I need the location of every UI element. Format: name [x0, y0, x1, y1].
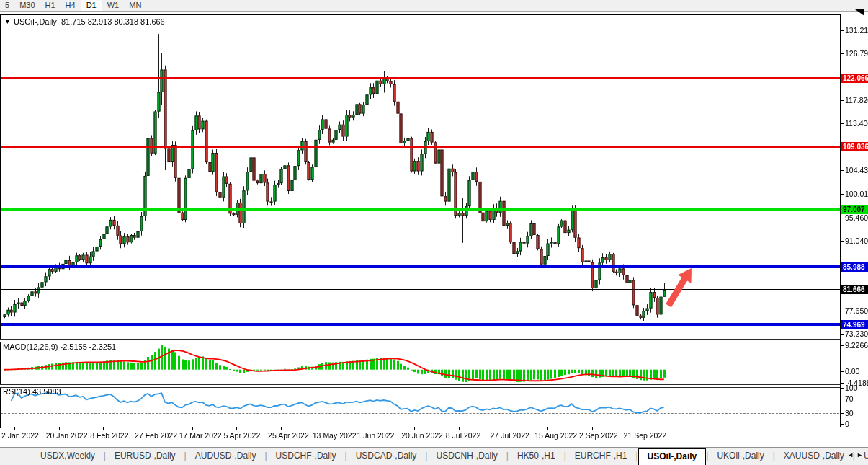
date-tick — [637, 427, 637, 430]
price-tick: 73.230 — [845, 330, 868, 338]
date-tick — [326, 427, 326, 430]
date-label: 21 Sep 2022 — [624, 431, 667, 440]
date-label: 20 Jun 2022 — [401, 431, 443, 440]
price-tick: 113.400 — [845, 120, 868, 128]
price-tick: 91.040 — [845, 237, 868, 245]
chart-tab-bar: USDX,Weekly|EURUSD-,Daily|AUDUSD-,Daily|… — [0, 447, 868, 465]
mt4-window: 5M30H1H4D1W1MN ▼ USOil-,Daily 81.715 82.… — [0, 0, 868, 465]
level-line-81.666[interactable] — [1, 289, 840, 290]
rsi-axis-tick: 100 — [845, 384, 858, 392]
date-tick — [192, 427, 193, 430]
tab-scroll-arrows[interactable]: ◄► — [847, 451, 866, 459]
price-tag-81.666: 81.666 — [841, 285, 868, 294]
level-line-97.007[interactable] — [1, 208, 840, 211]
price-tick: 131.210 — [845, 27, 868, 35]
tab-xauusd-daily[interactable]: XAUUSD-,Daily — [775, 448, 853, 465]
tab-usdx-weekly[interactable]: USDX,Weekly — [32, 448, 104, 465]
price-tick: 95.460 — [845, 214, 868, 222]
tab-scroll-left-icon: ◄ — [847, 451, 856, 459]
rsi-axis-tick: 0 — [845, 420, 849, 428]
date-label: 27 Feb 2022 — [135, 431, 177, 440]
date-label: 13 May 2022 — [313, 431, 357, 440]
tab-usoil-daily[interactable]: USOil-,Daily — [638, 448, 707, 465]
tab-eurusd-daily[interactable]: EURUSD-,Daily — [106, 448, 184, 465]
level-line-85.988[interactable] — [1, 265, 840, 268]
level-line-109.036[interactable] — [1, 146, 840, 148]
price-tick: 77.650 — [845, 307, 868, 315]
date-label: 1 Jun 2022 — [357, 431, 394, 440]
date-tick — [59, 427, 60, 430]
price-tick: 100.010 — [845, 190, 868, 198]
date-tick — [281, 427, 282, 430]
rsi-axis-tick: 30 — [845, 409, 854, 417]
date-label: 8 Jul 2022 — [446, 431, 480, 440]
price-tag-109.036: 109.036 — [841, 142, 868, 151]
date-tick — [459, 427, 460, 430]
tab-ukoil-daily[interactable]: UKOil-,Daily — [708, 448, 772, 465]
date-label: 15 Aug 2022 — [534, 431, 577, 440]
price-tick: 126.790 — [845, 50, 868, 58]
chart-shift-marker[interactable] — [855, 9, 864, 16]
date-label: 17 Mar 2022 — [179, 431, 222, 440]
date-tick — [414, 427, 415, 430]
tab-eurchf-h1[interactable]: EURCHF-,H1 — [566, 448, 636, 465]
date-tick — [14, 427, 15, 430]
tab-hk50-h1[interactable]: HK50-,H1 — [509, 448, 564, 465]
date-label: 2 Jan 2022 — [1, 431, 39, 440]
macd-axis-tick: 0.00 — [845, 368, 859, 376]
macd-axis-tick: 9.2266 — [845, 342, 868, 350]
price-tag-85.988: 85.988 — [841, 262, 868, 272]
date-tick — [504, 427, 504, 430]
tab-audusd-daily[interactable]: AUDUSD-,Daily — [187, 448, 265, 465]
arrow-shape — [666, 268, 692, 307]
date-tick — [592, 427, 593, 430]
date-label: 20 Jan 2022 — [46, 431, 88, 440]
chart-canvas[interactable] — [0, 0, 868, 433]
chart-symbol: USOil-,Daily — [14, 17, 57, 26]
level-line-74.969[interactable] — [1, 323, 840, 326]
date-label: 27 Jul 2022 — [491, 431, 529, 440]
price-tag-74.969: 74.969 — [841, 320, 868, 329]
price-tick: 117.820 — [845, 97, 868, 105]
macd-indicator-label: MACD(12,26,9) -2.5155 -2.3251 — [3, 342, 116, 351]
date-label: 8 Feb 2022 — [90, 431, 128, 440]
rsi-axis-tick: 70 — [845, 395, 854, 403]
chart-ohlc-values: 81.715 82.913 80.318 81.666 — [61, 17, 165, 26]
tab-usdcnh-daily[interactable]: USDCNH-,Daily — [427, 448, 506, 465]
rsi-indicator-label: RSI(14) 43.5083 — [3, 387, 61, 396]
date-tick — [148, 427, 148, 430]
date-tick — [547, 427, 548, 430]
date-tick — [103, 427, 104, 430]
chart-title[interactable]: ▼ USOil-,Daily 81.715 82.913 80.318 81.6… — [4, 17, 165, 26]
date-label: 5 Apr 2022 — [223, 431, 260, 440]
tab-usdcad-daily[interactable]: USDCAD-,Daily — [347, 448, 426, 465]
price-tag-122.066: 122.066 — [841, 74, 868, 83]
date-tick — [236, 427, 237, 430]
date-label: 2 Sep 2022 — [579, 431, 618, 440]
tab-usdchf-daily[interactable]: USDCHF-,Daily — [267, 448, 345, 465]
tab-scroll-right-icon: ► — [856, 451, 866, 459]
date-label: 25 Apr 2022 — [268, 431, 309, 440]
chart-dropdown-icon[interactable]: ▼ — [4, 18, 11, 25]
price-tick: 104.430 — [845, 167, 868, 174]
trend-arrow-annotation[interactable] — [661, 265, 696, 311]
price-tag-97.007: 97.007 — [841, 205, 868, 214]
date-tick — [370, 427, 370, 430]
level-line-122.066[interactable] — [1, 77, 840, 79]
